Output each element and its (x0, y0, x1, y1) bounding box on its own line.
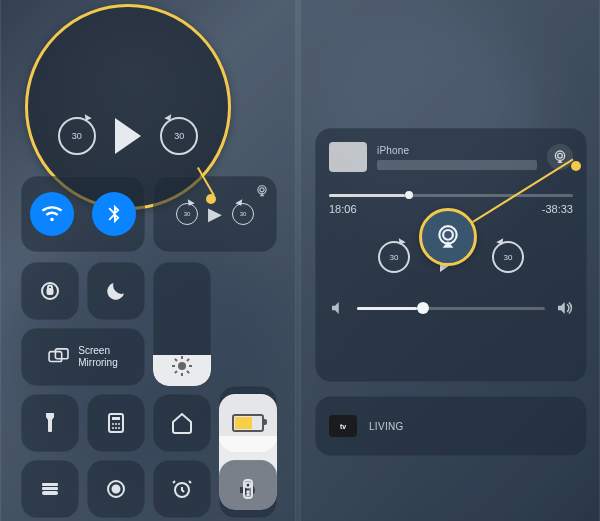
airplay-destination-label: LIVING (369, 421, 404, 432)
flashlight-icon (38, 411, 62, 435)
phone-left: 30 30 30 ▶ 30 (0, 0, 296, 521)
time-elapsed: 18:06 (329, 203, 357, 215)
screen-mirroring-label: Screen Mirroring (78, 345, 117, 369)
callout-dot (571, 161, 581, 171)
skip-back-30-icon[interactable]: 30 (58, 117, 96, 155)
flashlight-button[interactable] (21, 394, 79, 452)
screen-mirroring-icon (48, 348, 70, 366)
appletv-icon: tv (329, 415, 357, 437)
svg-point-11 (118, 423, 120, 425)
svg-point-23 (247, 491, 249, 493)
svg-point-22 (246, 483, 251, 488)
alarm-icon (170, 477, 194, 501)
wallet-button[interactable] (21, 460, 79, 518)
phone-right: iPhone 18:06 -38:33 30 30 (300, 0, 600, 521)
skip-forward-30-icon[interactable]: 30 (160, 117, 198, 155)
svg-point-0 (258, 186, 266, 194)
tv-remote-icon (236, 477, 260, 501)
home-button[interactable] (153, 394, 211, 452)
brightness-slider[interactable] (153, 262, 211, 386)
device-label: iPhone (377, 145, 537, 156)
orientation-lock-button[interactable] (21, 262, 79, 320)
low-power-button[interactable] (219, 394, 277, 452)
tv-remote-button[interactable] (219, 460, 277, 518)
svg-point-24 (247, 494, 249, 496)
wallet-icon (38, 477, 62, 501)
track-title (377, 160, 537, 170)
record-icon (104, 477, 128, 501)
connectivity-group (21, 176, 145, 252)
wifi-icon (41, 203, 63, 225)
airplay-highlight-circle (419, 208, 477, 266)
now-playing-tile[interactable]: 30 ▶ 30 (153, 176, 277, 252)
wifi-button[interactable] (30, 192, 74, 236)
skip-forward-30-icon[interactable]: 30 (232, 203, 254, 225)
time-remaining: -38:33 (542, 203, 573, 215)
svg-point-1 (260, 188, 264, 192)
speaker-high-icon (555, 299, 573, 317)
skip-back-30-icon[interactable]: 30 (176, 203, 198, 225)
svg-point-28 (443, 230, 453, 240)
svg-rect-16 (42, 487, 58, 490)
low-power-icon (232, 414, 264, 432)
skip-forward-30-icon[interactable]: 30 (492, 241, 524, 273)
svg-rect-8 (112, 417, 120, 420)
callout-dot (206, 194, 216, 204)
svg-point-27 (439, 226, 456, 243)
svg-point-12 (112, 427, 114, 429)
moon-icon (104, 279, 128, 303)
svg-rect-3 (48, 289, 53, 294)
svg-point-26 (558, 153, 563, 158)
speaker-low-icon (329, 299, 347, 317)
svg-point-19 (113, 486, 120, 493)
calculator-button[interactable] (87, 394, 145, 452)
calculator-icon (104, 411, 128, 435)
orientation-lock-icon (38, 279, 62, 303)
skip-back-30-icon[interactable]: 30 (378, 241, 410, 273)
home-icon (170, 411, 194, 435)
alarm-button[interactable] (153, 460, 211, 518)
airplay-icon (435, 224, 461, 250)
bluetooth-icon (103, 203, 125, 225)
do-not-disturb-button[interactable] (87, 262, 145, 320)
volume-scrubber[interactable] (357, 307, 545, 310)
svg-point-13 (115, 427, 117, 429)
sun-icon (170, 354, 194, 378)
svg-point-14 (118, 427, 120, 429)
svg-rect-15 (42, 483, 58, 486)
airplay-destination-card[interactable]: tv LIVING (315, 396, 587, 456)
artwork-thumbnail (329, 142, 367, 172)
screen-record-button[interactable] (87, 460, 145, 518)
svg-point-6 (178, 362, 186, 370)
svg-point-25 (555, 151, 564, 160)
scrubber[interactable] (329, 194, 573, 197)
svg-rect-17 (42, 491, 58, 495)
play-icon[interactable]: ▶ (208, 203, 222, 225)
svg-point-10 (115, 423, 117, 425)
bluetooth-button[interactable] (92, 192, 136, 236)
play-icon[interactable] (115, 118, 141, 154)
airplay-icon[interactable] (253, 182, 271, 200)
svg-point-9 (112, 423, 114, 425)
screen-mirroring-button[interactable]: Screen Mirroring (21, 328, 145, 386)
